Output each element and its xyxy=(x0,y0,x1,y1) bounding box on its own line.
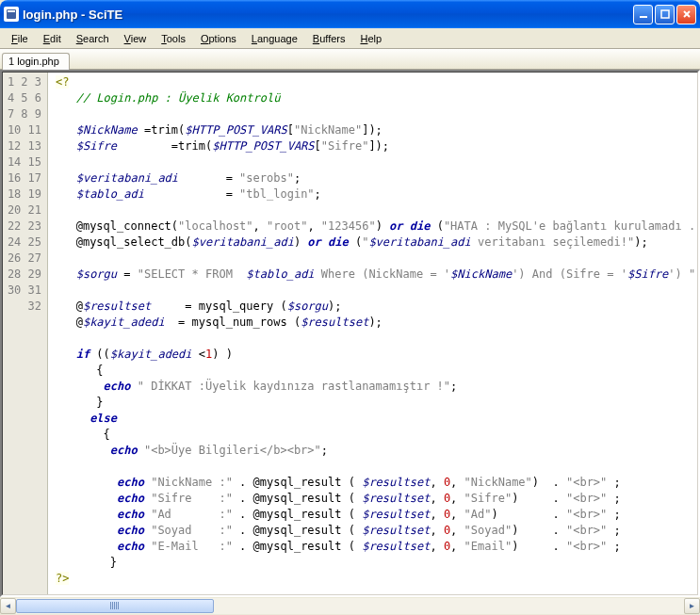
window-controls xyxy=(633,5,696,24)
window-title: login.php - SciTE xyxy=(23,8,633,22)
menu-language[interactable]: Language xyxy=(244,31,305,46)
tab-bar: 1 login.php xyxy=(0,49,700,70)
svg-rect-1 xyxy=(8,10,15,12)
menu-buffers[interactable]: Buffers xyxy=(305,31,353,46)
menu-search[interactable]: Search xyxy=(69,31,117,46)
svg-rect-3 xyxy=(661,10,669,18)
title-bar: login.php - SciTE xyxy=(0,0,700,28)
svg-rect-2 xyxy=(640,16,647,18)
menu-edit[interactable]: Edit xyxy=(36,31,69,46)
menu-bar: File Edit Search View Tools Options Lang… xyxy=(0,28,700,49)
horizontal-scrollbar: ◄ ► xyxy=(0,597,700,613)
menu-help[interactable]: Help xyxy=(352,31,389,46)
menu-file[interactable]: File xyxy=(4,31,36,46)
app-icon xyxy=(4,7,19,22)
editor: 1 2 3 4 5 6 7 8 9 10 11 12 13 14 15 16 1… xyxy=(0,70,700,597)
scroll-thumb[interactable] xyxy=(16,599,214,613)
scroll-left-button[interactable]: ◄ xyxy=(0,598,16,614)
menu-options[interactable]: Options xyxy=(193,31,244,46)
close-button[interactable] xyxy=(676,5,696,24)
scroll-right-button[interactable]: ► xyxy=(684,598,700,614)
maximize-button[interactable] xyxy=(655,5,675,24)
menu-view[interactable]: View xyxy=(117,31,155,46)
code-area[interactable]: <? // Login.php : Üyelik Kontrolü $NickN… xyxy=(48,73,697,594)
menu-tools[interactable]: Tools xyxy=(154,31,193,46)
scroll-track[interactable] xyxy=(16,598,684,614)
line-numbers: 1 2 3 4 5 6 7 8 9 10 11 12 13 14 15 16 1… xyxy=(3,73,48,594)
minimize-button[interactable] xyxy=(633,5,653,24)
tab-login-php[interactable]: 1 login.php xyxy=(2,53,70,70)
